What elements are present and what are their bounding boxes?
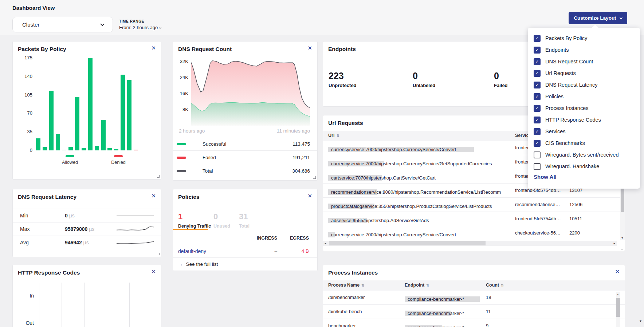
- resize-handle-icon[interactable]: [621, 247, 623, 249]
- page-title: Dashboard View: [12, 5, 55, 11]
- latency-unit: µs: [83, 240, 89, 245]
- menu-item-wireguard-handshake[interactable]: Wireguard. Handshake: [534, 161, 619, 172]
- bar: [56, 134, 60, 150]
- vertical-scrollbar[interactable]: ▴: [616, 292, 620, 327]
- menu-item-process-instances[interactable]: ✓Process Instances: [534, 102, 619, 114]
- checkbox-checked-icon[interactable]: ✓: [534, 117, 541, 123]
- scrollbar-thumb[interactable]: [329, 241, 486, 245]
- bar: [43, 147, 47, 150]
- url-text: cartservice:7070/hipstershop.CartService…: [328, 175, 436, 181]
- close-icon[interactable]: ✕: [151, 45, 156, 51]
- count-cell: 11: [486, 309, 491, 314]
- close-icon[interactable]: ✕: [615, 269, 620, 274]
- scroll-left-icon[interactable]: ◂: [325, 242, 326, 245]
- tab-unused[interactable]: 0 Unused: [213, 212, 230, 229]
- time-range-value[interactable]: From: 2 hours ago: [119, 25, 161, 30]
- checkbox-checked-icon[interactable]: ✓: [534, 35, 541, 42]
- service-cell: frontend-5fc5754db…: [515, 216, 566, 221]
- checkbox-unchecked-icon[interactable]: [534, 151, 541, 158]
- column-header-endpoint[interactable]: Endpoint⇅: [405, 283, 429, 288]
- latency-value: 0 µs: [65, 213, 75, 218]
- checkbox-checked-icon[interactable]: ✓: [534, 128, 541, 135]
- menu-item-http-response-codes[interactable]: ✓HTTP Response Codes: [534, 114, 619, 126]
- latency-sparkline: [116, 238, 154, 248]
- stat-label: Unprotected: [329, 83, 357, 88]
- menu-item-url-requests[interactable]: ✓Url Requests: [534, 67, 619, 79]
- menu-item-services[interactable]: ✓Services: [534, 126, 619, 137]
- bar: [49, 91, 54, 150]
- checkbox-checked-icon[interactable]: ✓: [534, 70, 541, 77]
- menu-item-wireguard-bytes-sent-received[interactable]: Wireguard. Bytes sent/received: [534, 149, 619, 161]
- bar: [114, 149, 118, 150]
- count-cell: 9: [486, 323, 488, 327]
- checkbox-checked-icon[interactable]: ✓: [534, 140, 541, 147]
- scroll-down-icon[interactable]: ▾: [621, 236, 623, 240]
- legend-row-failed: Failed191,211: [173, 150, 317, 164]
- policy-name-link[interactable]: default-deny: [178, 248, 206, 254]
- url-text: currencyservice:7000/hipstershop.Currenc…: [328, 161, 492, 166]
- horizontal-scrollbar[interactable]: ◂ ▸: [323, 241, 617, 246]
- show-all-link[interactable]: Show All: [534, 174, 557, 180]
- stat-label: Failed: [494, 83, 508, 88]
- arrow-right-icon: →: [178, 261, 183, 267]
- sort-icon: ⇅: [361, 283, 364, 287]
- count-cell: 2200: [569, 230, 580, 236]
- checkbox-checked-icon[interactable]: ✓: [534, 93, 541, 100]
- grid-line: [107, 283, 107, 327]
- y-axis-tick: 32K: [176, 59, 188, 64]
- column-header-count[interactable]: Count⇅: [486, 283, 504, 288]
- view-select-value: Cluster: [22, 21, 40, 28]
- card-title: DNS Request Latency: [18, 194, 76, 200]
- see-full-list-link[interactable]: →See the full list: [178, 261, 218, 267]
- url-cell: currencyservice:7000/hipstershop.Currenc…: [328, 232, 512, 237]
- column-header-url[interactable]: Url⇅: [328, 133, 339, 138]
- endpoint-stat-unlabeled: 0Unlabeled: [413, 71, 435, 88]
- bar: [62, 150, 66, 150]
- grid-line: [129, 283, 130, 327]
- checkbox-checked-icon[interactable]: ✓: [534, 58, 541, 65]
- menu-item-label: Endpoints: [545, 47, 569, 53]
- bar: [75, 97, 79, 150]
- card-title: Packets By Policy: [18, 46, 66, 52]
- bar: [82, 148, 86, 150]
- close-icon[interactable]: ✕: [307, 45, 312, 51]
- scroll-up-icon[interactable]: ▴: [617, 293, 619, 296]
- y-axis-tick: 24K: [176, 75, 188, 80]
- close-icon[interactable]: ✕: [151, 269, 156, 274]
- resize-handle-icon[interactable]: [313, 176, 316, 179]
- card-title: Endpoints: [328, 46, 356, 52]
- column-header-process-name[interactable]: Process Name⇅: [328, 283, 365, 288]
- menu-item-packets-by-policy[interactable]: ✓Packets By Policy: [534, 32, 619, 44]
- bar: [101, 120, 106, 150]
- scrollbar-thumb[interactable]: [616, 298, 620, 317]
- legend-row-successful: Successful113,475: [173, 137, 317, 150]
- checkbox-unchecked-icon[interactable]: [534, 163, 541, 170]
- endpoint-text: compliance-benchmarker-*: [405, 296, 464, 302]
- checkbox-checked-icon[interactable]: ✓: [534, 47, 541, 54]
- menu-item-label: Wireguard. Handshake: [545, 164, 599, 169]
- tab-denying-traffic[interactable]: 1 Denying Traffic: [178, 212, 211, 229]
- column-header-egress: EGRESS: [281, 236, 309, 241]
- customize-layout-button[interactable]: Customize Layout: [569, 12, 627, 24]
- dns-request-latency-card: DNS Request Latency ✕ Min0 µsMax95879000…: [12, 189, 161, 257]
- resize-handle-icon[interactable]: [157, 175, 160, 178]
- page-scroll-down-icon[interactable]: ▾: [640, 319, 641, 323]
- menu-item-cis-benchmarks[interactable]: ✓CIS Benchmarks: [534, 137, 619, 149]
- close-icon[interactable]: ✕: [151, 193, 156, 198]
- scroll-right-icon[interactable]: ▸: [613, 242, 615, 245]
- checkbox-checked-icon[interactable]: ✓: [534, 82, 541, 88]
- menu-item-endpoints[interactable]: ✓Endpoints: [534, 44, 619, 56]
- menu-item-policies[interactable]: ✓Policies: [534, 91, 619, 102]
- resize-handle-icon[interactable]: [157, 253, 160, 255]
- menu-item-dns-request-latency[interactable]: ✓DNS Request Latency: [534, 79, 619, 91]
- view-select[interactable]: Cluster: [12, 17, 113, 32]
- checkbox-checked-icon[interactable]: ✓: [534, 105, 541, 112]
- process-name-cell: /bin/benchmarker: [328, 295, 365, 300]
- menu-item-dns-request-count[interactable]: ✓DNS Request Count: [534, 56, 619, 67]
- menu-item-label: Packets By Policy: [545, 35, 587, 41]
- menu-item-label: Policies: [545, 94, 564, 99]
- legend-value: 113,475: [292, 141, 310, 147]
- latency-row-min: Min0 µs: [13, 209, 161, 222]
- close-icon[interactable]: ✕: [307, 193, 312, 198]
- tab-total[interactable]: 31 Total: [239, 212, 250, 229]
